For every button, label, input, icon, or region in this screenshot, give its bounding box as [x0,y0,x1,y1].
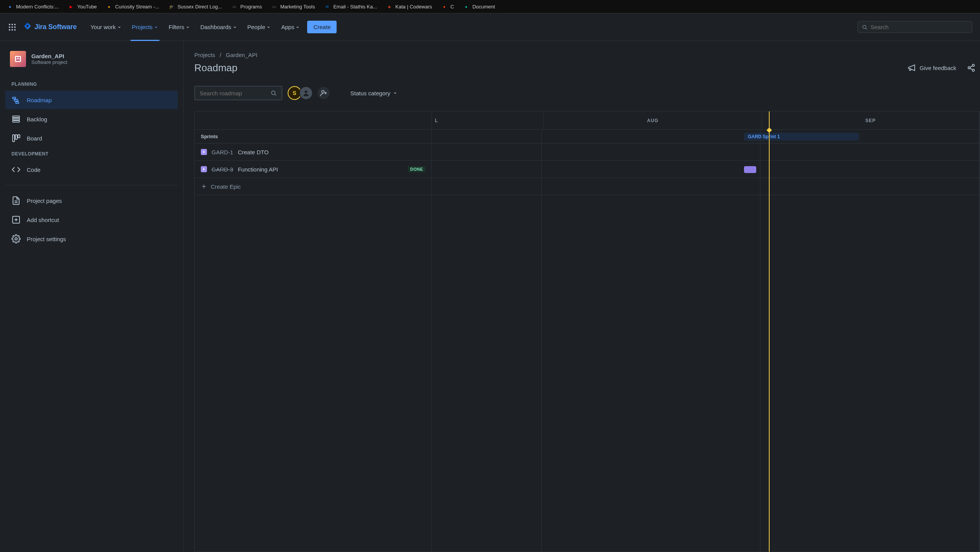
page-icon [11,196,21,205]
nav-item-your-work[interactable]: Your work [86,21,125,33]
nav-item-projects[interactable]: Projects [127,21,163,33]
favicon-icon: ● [106,3,112,10]
epic-row[interactable]: GARD-1 Create DTO [195,144,431,161]
epic-key: GARD-3 [212,166,233,173]
roadmap-grid: Sprints GARD-1 Create DTO GARD-3 Functio… [194,111,980,552]
svg-rect-16 [14,100,18,101]
sidebar-item-label: Code [27,167,41,173]
sidebar-item-label: Add shortcut [27,217,59,223]
sidebar-item-board[interactable]: Board [5,129,178,147]
epic-bar[interactable] [744,166,756,173]
svg-point-29 [15,238,17,240]
status-category-filter[interactable]: Status category [346,87,402,100]
browser-tab[interactable]: ▭Marketing Tools [267,2,319,11]
sidebar-item-backlog[interactable]: Backlog [5,110,178,128]
give-feedback-button[interactable]: Give feedback [903,60,961,75]
logo-text: Jira Software [34,23,77,31]
nav-item-dashboards[interactable]: Dashboards [196,21,241,33]
epic-title: Functioning API [238,166,278,173]
roadmap-search[interactable] [194,86,282,100]
plus-icon [201,183,207,189]
global-search[interactable] [858,21,972,33]
epic-track[interactable] [432,161,980,178]
sprint-pill[interactable]: GARD Sprint 1 [744,133,859,140]
roadmap-timeline[interactable]: LAUGSEP GARD Sprint 1 [432,111,980,552]
create-button[interactable]: Create [307,21,337,33]
svg-line-34 [970,68,972,70]
browser-tab[interactable]: ●Curiosity Stream -... [102,2,163,11]
nav-item-people[interactable]: People [243,21,275,33]
svg-point-31 [968,67,970,69]
favicon-icon: ● [7,3,13,10]
tab-label: Sussex Direct Log... [177,4,222,10]
sidebar-item-add-shortcut[interactable]: Add shortcut [5,211,178,229]
sidebar: Garden_API Software project PLANNINGRoad… [0,41,184,552]
chevron-down-icon [117,25,121,29]
svg-rect-20 [13,121,20,122]
sidebar-item-label: Backlog [27,116,47,122]
svg-rect-13 [18,57,20,59]
browser-tab[interactable]: ▶YouTube [64,2,101,11]
chevron-down-icon [233,25,237,29]
avatar-unassigned[interactable] [299,86,313,100]
chevron-down-icon [393,91,397,95]
project-header[interactable]: Garden_API Software project [5,49,178,69]
browser-tab[interactable]: 🎓Sussex Direct Log... [164,2,226,11]
breadcrumb-projects[interactable]: Projects [194,52,215,58]
avatar-group: S [290,86,330,100]
favicon-icon: ▶ [68,3,74,10]
browser-tab[interactable]: ●Modern Conflicts:... [3,2,63,11]
sprints-row-header: Sprints [195,130,431,144]
favicon-icon: 🎓 [168,3,174,10]
favicon-icon: ● [441,3,447,10]
add-people-button[interactable] [317,86,330,100]
timeline-header: LAUGSEP [432,111,980,130]
epic-icon [201,166,207,172]
svg-point-4 [11,26,13,28]
sidebar-item-roadmap[interactable]: Roadmap [5,91,178,109]
page-title: Roadmap [194,62,238,74]
share-icon[interactable] [967,64,975,72]
svg-point-9 [863,25,866,29]
toolbar: S Status category [194,86,980,100]
svg-point-8 [14,29,16,31]
browser-tab[interactable]: ▭Programs [227,2,265,11]
sidebar-item-label: Roadmap [27,97,52,103]
browser-tab[interactable]: ◆Kata | Codewars [383,2,436,11]
chevron-down-icon [296,25,300,29]
svg-rect-15 [13,97,16,99]
epic-row[interactable]: GARD-3 Functioning API DONE [195,161,431,178]
svg-point-38 [322,90,324,93]
svg-point-37 [305,90,308,93]
sidebar-item-project-settings[interactable]: Project settings [5,230,178,248]
epic-key: GARD-1 [212,149,233,155]
global-search-input[interactable] [871,24,968,30]
app-header: Jira Software Your workProjectsFiltersDa… [0,13,980,41]
epic-track[interactable] [432,144,980,161]
roadmap-search-input[interactable] [200,90,270,96]
sidebar-divider [5,185,178,185]
breadcrumb-project[interactable]: Garden_API [226,52,257,58]
sidebar-item-project-pages[interactable]: Project pages [5,191,178,210]
create-epic-button[interactable]: Create Epic [195,178,431,195]
breadcrumb-separator: / [220,52,221,58]
nav-item-apps[interactable]: Apps [277,21,304,33]
sprints-track: GARD Sprint 1 [432,130,980,144]
svg-line-36 [275,94,276,95]
svg-line-10 [866,28,867,29]
chevron-down-icon [186,25,190,29]
nav-item-filters[interactable]: Filters [164,21,194,33]
browser-tab[interactable]: ✉Email - Stathis Ka... [320,2,381,11]
project-type: Software project [31,59,67,65]
jira-logo[interactable]: Jira Software [23,23,77,32]
browser-tab[interactable]: ●C [437,2,457,11]
sidebar-item-code[interactable]: Code [5,160,178,179]
section-label: DEVELOPMENT [5,148,178,160]
svg-rect-21 [13,135,15,142]
app-switcher-icon[interactable] [8,23,17,32]
svg-rect-14 [16,59,20,61]
tab-label: Kata | Codewars [396,4,432,10]
sprints-label: Sprints [195,134,218,139]
backlog-icon [11,114,21,124]
browser-tab[interactable]: ●Document [459,2,499,11]
